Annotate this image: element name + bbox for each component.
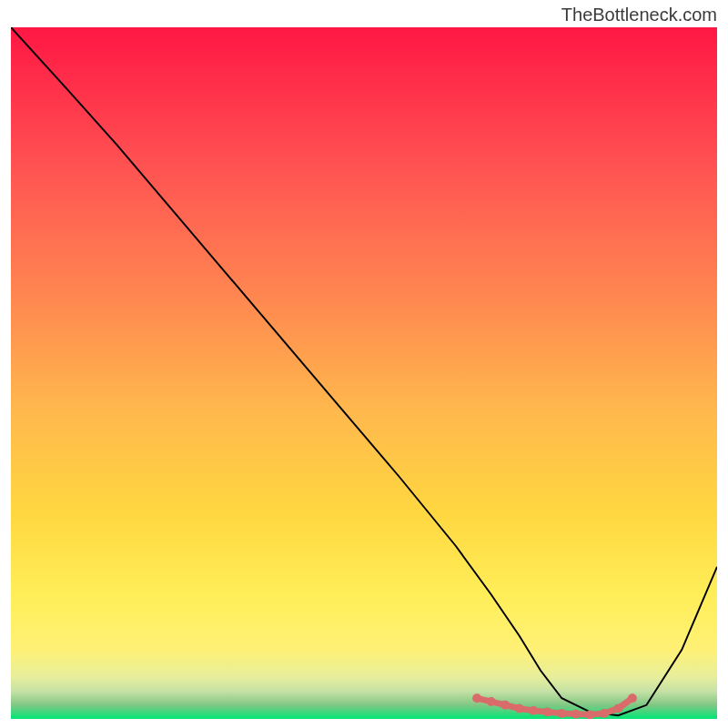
optimal-range-marker	[529, 706, 538, 715]
optimal-range-marker	[515, 704, 524, 713]
optimal-range-marker	[600, 709, 609, 718]
chart-container	[11, 27, 717, 719]
attribution-text: TheBottleneck.com	[561, 5, 717, 25]
chart-curve	[11, 27, 717, 719]
optimal-range-marker	[543, 707, 552, 716]
optimal-range-marker	[472, 693, 481, 703]
optimal-range-marker	[628, 693, 637, 703]
optimal-range-marker	[500, 701, 510, 710]
bottleneck-curve-line	[11, 27, 717, 715]
optimal-range-marker	[557, 709, 566, 718]
optimal-range-marker	[613, 704, 622, 713]
optimal-range-marker	[585, 711, 594, 720]
optimal-range-marker	[487, 697, 496, 706]
optimal-range-marker	[571, 710, 581, 719]
optimal-range-line	[477, 698, 632, 714]
